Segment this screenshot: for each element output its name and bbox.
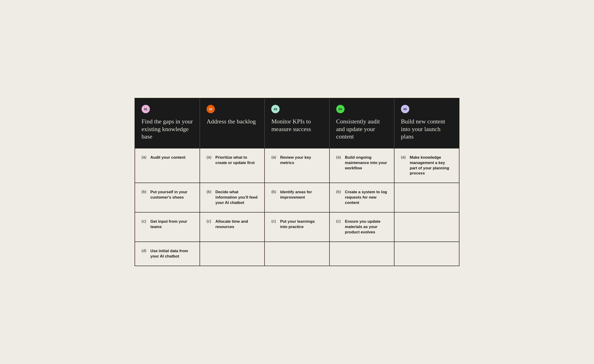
cell-content-col1-row3: (d)Use initial data from your AI chatbot	[142, 249, 193, 259]
cell-content-col1-row1: (b)Put yourself in your customer's shoes	[142, 189, 193, 200]
cell-label-col2-row2: (c)	[207, 219, 213, 224]
cell-text-col2-row1: Decide what information you'll feed your…	[215, 189, 258, 206]
cell-label-col4-row2: (c)	[336, 219, 343, 224]
cell-col1-row3: (d)Use initial data from your AI chatbot	[135, 242, 200, 266]
cell-col4-row0: (a)Build ongoing maintenance into your w…	[330, 148, 394, 183]
cell-label-col1-row2: (c)	[142, 219, 148, 224]
header-cell-col1: 01Find the gaps in your existing knowled…	[135, 98, 200, 148]
cell-col1-row2: (c)Get input from your teams	[135, 212, 200, 242]
cell-label-col5-row0: (a)	[401, 155, 407, 160]
cell-content-col4-row2: (c)Ensure you update materials as your p…	[336, 219, 387, 235]
cell-col4-row2: (c)Ensure you update materials as your p…	[330, 212, 394, 242]
cell-text-col5-row0: Make knowledge management a key part of …	[410, 155, 452, 176]
main-table-wrapper: 01Find the gaps in your existing knowled…	[135, 98, 459, 266]
cell-col5-row0: (a)Make knowledge management a key part …	[394, 148, 459, 183]
cell-col5-row2	[394, 212, 459, 242]
cell-content-col2-row2: (c)Allocate time and resources	[207, 219, 258, 230]
badge-col2: 02	[207, 105, 215, 113]
header-title-col5: Build new content into your launch plans	[401, 118, 452, 141]
cell-label-col2-row1: (b)	[207, 189, 213, 194]
cell-text-col1-row1: Put yourself in your customer's shoes	[150, 189, 193, 200]
cell-label-col2-row0: (a)	[207, 155, 213, 160]
cell-label-col1-row0: (a)	[142, 155, 148, 160]
cell-text-col3-row2: Put your learnings into practice	[280, 219, 323, 230]
cell-col2-row0: (a)Prioritize what to create or update f…	[200, 148, 264, 183]
header-title-col3: Monitor KPIs to measure success	[271, 118, 323, 133]
cell-content-col3-row1: (b)Identify areas for improvement	[271, 189, 323, 200]
badge-col5: 05	[401, 105, 409, 113]
cell-col2-row1: (b)Decide what information you'll feed y…	[200, 183, 264, 212]
cell-label-col1-row1: (b)	[142, 189, 148, 194]
cell-col1-row0: (a)Audit your content	[135, 148, 200, 183]
cell-col2-row3	[200, 242, 264, 266]
cell-col3-row1: (b)Identify areas for improvement	[264, 183, 329, 212]
header-title-col4: Consistently audit and update your conte…	[336, 118, 387, 141]
cell-label-col3-row2: (c)	[271, 219, 278, 224]
content-table: 01Find the gaps in your existing knowled…	[135, 98, 459, 266]
cell-content-col1-row0: (a)Audit your content	[142, 155, 193, 160]
cell-text-col2-row0: Prioritize what to create or update firs…	[215, 155, 258, 166]
cell-label-col4-row0: (a)	[336, 155, 343, 160]
cell-label-col3-row1: (b)	[271, 189, 278, 194]
cell-text-col3-row0: Review your key metrics	[280, 155, 323, 166]
header-title-col2: Address the backlog	[207, 118, 258, 126]
header-title-col1: Find the gaps in your existing knowledge…	[142, 118, 193, 141]
cell-text-col4-row0: Build ongoing maintenance into your work…	[345, 155, 387, 171]
cell-text-col1-row2: Get input from your teams	[150, 219, 193, 230]
cell-col2-row2: (c)Allocate time and resources	[200, 212, 264, 242]
cell-col1-row1: (b)Put yourself in your customer's shoes	[135, 183, 200, 212]
cell-col5-row3	[394, 242, 459, 266]
header-row: 01Find the gaps in your existing knowled…	[135, 98, 459, 148]
cell-text-col1-row0: Audit your content	[150, 155, 185, 160]
cell-col4-row3	[330, 242, 394, 266]
cell-label-col1-row3: (d)	[142, 249, 148, 253]
header-cell-col4: 04Consistently audit and update your con…	[330, 98, 394, 148]
cell-label-col4-row1: (b)	[336, 189, 343, 194]
content-row-1: (b)Put yourself in your customer's shoes…	[135, 183, 459, 212]
content-row-2: (c)Get input from your teams(c)Allocate …	[135, 212, 459, 242]
cell-col3-row0: (a)Review your key metrics	[264, 148, 329, 183]
cell-col3-row3	[264, 242, 329, 266]
cell-col3-row2: (c)Put your learnings into practice	[264, 212, 329, 242]
badge-col4: 04	[336, 105, 344, 113]
header-cell-col2: 02Address the backlog	[200, 98, 264, 148]
cell-content-col5-row0: (a)Make knowledge management a key part …	[401, 155, 452, 176]
cell-content-col3-row0: (a)Review your key metrics	[271, 155, 323, 166]
cell-text-col2-row2: Allocate time and resources	[215, 219, 258, 230]
badge-col3: 03	[271, 105, 280, 113]
badge-col1: 01	[142, 105, 150, 113]
cell-content-col2-row0: (a)Prioritize what to create or update f…	[207, 155, 258, 166]
cell-text-col4-row2: Ensure you update materials as your prod…	[345, 219, 387, 235]
cell-text-col3-row1: Identify areas for improvement	[280, 189, 323, 200]
cell-content-col3-row2: (c)Put your learnings into practice	[271, 219, 323, 230]
cell-col4-row1: (b)Create a system to log requests for n…	[330, 183, 394, 212]
header-cell-col3: 03Monitor KPIs to measure success	[264, 98, 329, 148]
cell-col5-row1	[394, 183, 459, 212]
header-cell-col5: 05Build new content into your launch pla…	[394, 98, 459, 148]
cell-content-col1-row2: (c)Get input from your teams	[142, 219, 193, 230]
cell-text-col4-row1: Create a system to log requests for new …	[345, 189, 387, 206]
cell-content-col4-row1: (b)Create a system to log requests for n…	[336, 189, 387, 206]
cell-text-col1-row3: Use initial data from your AI chatbot	[150, 249, 193, 259]
content-row-0: (a)Audit your content(a)Prioritize what …	[135, 148, 459, 183]
cell-label-col3-row0: (a)	[271, 155, 278, 160]
content-row-3: (d)Use initial data from your AI chatbot	[135, 242, 459, 266]
cell-content-col4-row0: (a)Build ongoing maintenance into your w…	[336, 155, 387, 171]
cell-content-col2-row1: (b)Decide what information you'll feed y…	[207, 189, 258, 206]
